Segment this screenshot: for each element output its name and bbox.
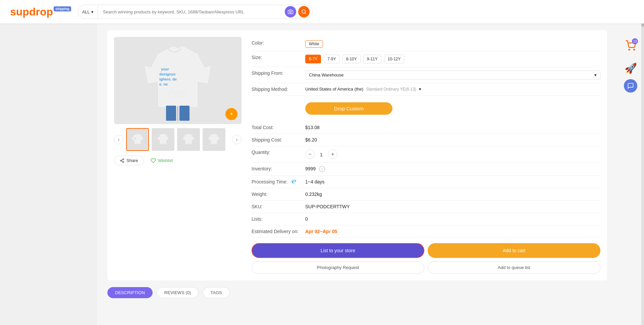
color-option-white[interactable]: White [305,40,323,48]
svg-rect-11 [179,106,190,121]
tab-reviews[interactable]: REVIEWS (0) [157,287,199,298]
search-button[interactable] [298,6,310,17]
inventory-row: Inventory: 9999 i [252,163,600,176]
main-image: your designyo ighere. de e. ne [114,37,241,124]
total-cost-value: $13.08 [305,125,600,130]
camera-search-button[interactable] [285,6,296,17]
quantity-increase-button[interactable]: + [328,150,337,159]
content: your designyo ighere. de e. ne [97,23,617,325]
delivery-label: Estimated Delivery on: [252,229,305,234]
quantity-label: Quantity: [252,150,305,155]
info-icon[interactable]: i [319,166,325,172]
lists-row: Lists: 0 [252,213,600,225]
quantity-decrease-button[interactable]: − [305,150,315,159]
quantity-value: − 1 + [305,150,600,159]
inventory-number: 9999 [305,166,316,171]
cart-widget[interactable]: 19 [625,40,636,52]
tabs-row: DESCRIPTION REVIEWS (0) TAGS [107,287,607,298]
shipping-method-detail[interactable]: United States of America (the) Standard … [305,87,600,92]
tab-tags[interactable]: TAGS [203,287,229,298]
scrollbar[interactable] [641,0,644,325]
shipping-method-label: Shipping Method: [252,87,305,92]
photography-request-button[interactable]: Photography Request [252,261,424,274]
upload-badge[interactable] [225,108,237,120]
size-9-11y[interactable]: 9-11Y [363,55,381,63]
svg-text:e.       ne: e. ne [159,82,168,86]
search-input[interactable] [98,5,285,18]
logo-shipping-badge: shipping [54,6,71,11]
thumbnail-item[interactable]: yo [126,128,149,151]
processing-time-row: Processing Time: 💎 1~4 days [252,176,600,188]
chevron-down-icon: ▾ [419,87,421,92]
size-10-12y[interactable]: 10-12Y [384,55,405,63]
drop-custom-row: Drop Custom [252,96,600,121]
inventory-value: 9999 i [305,166,600,172]
lists-value: 0 [305,216,600,222]
thumbnail-item[interactable] [203,128,225,151]
shipping-method-value: United States of America (the) Standard … [305,87,600,92]
chat-icon [627,83,634,89]
shipping-method-row: Shipping Method: United States of Americ… [252,83,600,96]
bottom-buttons: List to your store Add to cart Photograp… [252,243,600,274]
rocket-widget[interactable]: 🚀 [625,62,637,74]
size-row: Size: 6-7Y 7-9Y 8-10Y 9-11Y 10-12Y [252,51,600,67]
list-to-store-button[interactable]: List to your store [252,243,424,258]
thumbnail-item[interactable] [177,128,200,151]
svg-point-21 [634,49,635,50]
shipping-method-text: Standard Ordinary YE(8-13) [366,87,416,92]
cart-badge: 19 [632,38,638,44]
add-to-queue-list-button[interactable]: Add to queue list [428,261,600,274]
svg-point-15 [123,159,124,160]
tab-description[interactable]: DESCRIPTION [107,287,153,298]
size-7-9y[interactable]: 7-9Y [324,55,339,63]
shipping-cost-row: Shipping Cost: $6.20 [252,134,600,146]
logo-text: sup [10,6,29,18]
processing-time-label-text: Processing Time: [252,179,287,184]
thumb-row: ‹ yo [114,128,241,151]
next-thumbnail-button[interactable]: › [232,135,241,144]
wishlist-button[interactable]: Wishlist [151,158,173,163]
add-to-cart-button[interactable]: Add to cart [428,243,600,258]
thumbnail-item[interactable] [152,128,174,151]
shipping-cost-value: $6.20 [305,137,600,143]
svg-rect-10 [166,106,176,121]
size-6-7y[interactable]: 6-7Y [305,55,321,63]
search-icons [285,6,312,17]
svg-point-1 [302,10,306,13]
product-details: Color: White Size: 6-7Y 7-9Y 8-10Y 9-11Y [252,37,600,274]
drop-custom-button[interactable]: Drop Custom [305,102,392,115]
svg-text:ighere. de: ighere. de [159,77,177,81]
search-all-dropdown[interactable]: ALL ▾ [78,5,98,18]
logo-drop: drop [29,6,53,18]
thumb-svg-4 [207,133,221,146]
shipping-country: United States of America (the) [305,87,363,92]
svg-text:yo: yo [135,138,136,139]
svg-text:your: your [161,67,169,71]
right-sidebar: 19 🚀 [617,23,644,325]
size-8-10y[interactable]: 8-10Y [342,55,361,63]
share-button[interactable]: Share [114,156,144,165]
svg-point-16 [120,160,122,161]
color-row: Color: White [252,37,600,51]
chat-widget[interactable] [624,79,637,93]
lists-label: Lists: [252,216,305,222]
quantity-display: 1 [318,152,325,157]
color-value: White [305,40,600,48]
logo: supdrop shipping [10,6,71,18]
delivery-row: Estimated Delivery on: Apr 02~Apr 05 [252,225,600,238]
prev-thumbnail-button[interactable]: ‹ [114,135,123,144]
thumbnail-list: yo [126,128,229,151]
left-sidebar [0,23,97,325]
weight-label: Weight: [252,192,305,197]
svg-text:designyo: designyo [159,72,176,76]
gem-icon: 💎 [291,179,297,184]
share-icon [120,158,124,163]
shipping-from-label: Shipping From: [252,70,305,76]
quantity-row: Quantity: − 1 + [252,146,600,163]
processing-time-label: Processing Time: 💎 [252,179,305,184]
chevron-down-icon: ▾ [594,72,597,77]
svg-line-19 [121,159,123,160]
chevron-down-icon: ▾ [91,9,94,14]
shipping-from-dropdown[interactable]: China Warehouse ▾ [305,70,600,79]
header: supdrop shipping ALL ▾ [0,0,644,23]
